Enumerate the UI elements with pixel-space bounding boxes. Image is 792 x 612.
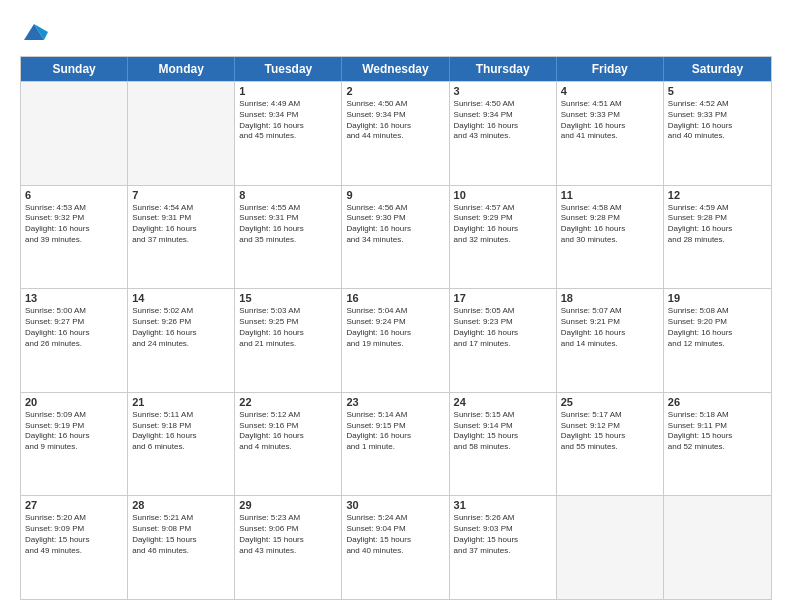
minutes-line: and 35 minutes. xyxy=(239,235,337,246)
day-cell-18: 18Sunrise: 5:07 AMSunset: 9:21 PMDayligh… xyxy=(557,289,664,392)
day-cell-24: 24Sunrise: 5:15 AMSunset: 9:14 PMDayligh… xyxy=(450,393,557,496)
daylight-line: Daylight: 16 hours xyxy=(346,431,444,442)
sunset-line: Sunset: 9:03 PM xyxy=(454,524,552,535)
day-number: 31 xyxy=(454,499,552,511)
day-cell-28: 28Sunrise: 5:21 AMSunset: 9:08 PMDayligh… xyxy=(128,496,235,599)
day-number: 30 xyxy=(346,499,444,511)
day-number: 29 xyxy=(239,499,337,511)
day-number: 24 xyxy=(454,396,552,408)
sunrise-line: Sunrise: 5:15 AM xyxy=(454,410,552,421)
sunrise-line: Sunrise: 5:18 AM xyxy=(668,410,767,421)
day-cell-1: 1Sunrise: 4:49 AMSunset: 9:34 PMDaylight… xyxy=(235,82,342,185)
daylight-line: Daylight: 16 hours xyxy=(454,328,552,339)
daylight-line: Daylight: 16 hours xyxy=(668,224,767,235)
sunset-line: Sunset: 9:26 PM xyxy=(132,317,230,328)
day-number: 21 xyxy=(132,396,230,408)
page: SundayMondayTuesdayWednesdayThursdayFrid… xyxy=(0,0,792,612)
daylight-line: Daylight: 16 hours xyxy=(346,224,444,235)
day-cell-8: 8Sunrise: 4:55 AMSunset: 9:31 PMDaylight… xyxy=(235,186,342,289)
day-number: 23 xyxy=(346,396,444,408)
sunset-line: Sunset: 9:31 PM xyxy=(239,213,337,224)
sunset-line: Sunset: 9:18 PM xyxy=(132,421,230,432)
day-number: 13 xyxy=(25,292,123,304)
sunrise-line: Sunrise: 4:59 AM xyxy=(668,203,767,214)
day-number: 17 xyxy=(454,292,552,304)
sunset-line: Sunset: 9:14 PM xyxy=(454,421,552,432)
sunset-line: Sunset: 9:12 PM xyxy=(561,421,659,432)
minutes-line: and 39 minutes. xyxy=(25,235,123,246)
daylight-line: Daylight: 15 hours xyxy=(346,535,444,546)
minutes-line: and 45 minutes. xyxy=(239,131,337,142)
day-number: 18 xyxy=(561,292,659,304)
day-number: 9 xyxy=(346,189,444,201)
calendar-row-1: 1Sunrise: 4:49 AMSunset: 9:34 PMDaylight… xyxy=(21,81,771,185)
day-number: 10 xyxy=(454,189,552,201)
minutes-line: and 30 minutes. xyxy=(561,235,659,246)
minutes-line: and 49 minutes. xyxy=(25,546,123,557)
minutes-line: and 34 minutes. xyxy=(346,235,444,246)
daylight-line: Daylight: 16 hours xyxy=(454,121,552,132)
minutes-line: and 40 minutes. xyxy=(668,131,767,142)
day-cell-30: 30Sunrise: 5:24 AMSunset: 9:04 PMDayligh… xyxy=(342,496,449,599)
day-number: 12 xyxy=(668,189,767,201)
day-number: 26 xyxy=(668,396,767,408)
sunrise-line: Sunrise: 5:11 AM xyxy=(132,410,230,421)
header-cell-friday: Friday xyxy=(557,57,664,81)
day-cell-26: 26Sunrise: 5:18 AMSunset: 9:11 PMDayligh… xyxy=(664,393,771,496)
minutes-line: and 19 minutes. xyxy=(346,339,444,350)
calendar-header: SundayMondayTuesdayWednesdayThursdayFrid… xyxy=(21,57,771,81)
sunrise-line: Sunrise: 5:07 AM xyxy=(561,306,659,317)
day-number: 28 xyxy=(132,499,230,511)
sunset-line: Sunset: 9:34 PM xyxy=(239,110,337,121)
daylight-line: Daylight: 16 hours xyxy=(239,328,337,339)
minutes-line: and 4 minutes. xyxy=(239,442,337,453)
day-cell-31: 31Sunrise: 5:26 AMSunset: 9:03 PMDayligh… xyxy=(450,496,557,599)
minutes-line: and 1 minute. xyxy=(346,442,444,453)
daylight-line: Daylight: 16 hours xyxy=(346,121,444,132)
daylight-line: Daylight: 16 hours xyxy=(668,328,767,339)
empty-cell xyxy=(128,82,235,185)
daylight-line: Daylight: 16 hours xyxy=(239,121,337,132)
minutes-line: and 28 minutes. xyxy=(668,235,767,246)
sunset-line: Sunset: 9:04 PM xyxy=(346,524,444,535)
daylight-line: Daylight: 16 hours xyxy=(132,431,230,442)
day-number: 2 xyxy=(346,85,444,97)
day-number: 16 xyxy=(346,292,444,304)
header-cell-saturday: Saturday xyxy=(664,57,771,81)
header-cell-sunday: Sunday xyxy=(21,57,128,81)
sunrise-line: Sunrise: 5:09 AM xyxy=(25,410,123,421)
day-cell-9: 9Sunrise: 4:56 AMSunset: 9:30 PMDaylight… xyxy=(342,186,449,289)
daylight-line: Daylight: 16 hours xyxy=(239,224,337,235)
day-cell-10: 10Sunrise: 4:57 AMSunset: 9:29 PMDayligh… xyxy=(450,186,557,289)
daylight-line: Daylight: 15 hours xyxy=(132,535,230,546)
sunrise-line: Sunrise: 5:00 AM xyxy=(25,306,123,317)
sunrise-line: Sunrise: 5:14 AM xyxy=(346,410,444,421)
day-number: 4 xyxy=(561,85,659,97)
sunrise-line: Sunrise: 5:26 AM xyxy=(454,513,552,524)
sunrise-line: Sunrise: 4:57 AM xyxy=(454,203,552,214)
day-cell-11: 11Sunrise: 4:58 AMSunset: 9:28 PMDayligh… xyxy=(557,186,664,289)
daylight-line: Daylight: 16 hours xyxy=(25,224,123,235)
day-cell-19: 19Sunrise: 5:08 AMSunset: 9:20 PMDayligh… xyxy=(664,289,771,392)
sunrise-line: Sunrise: 4:50 AM xyxy=(454,99,552,110)
sunset-line: Sunset: 9:34 PM xyxy=(454,110,552,121)
day-number: 20 xyxy=(25,396,123,408)
day-number: 1 xyxy=(239,85,337,97)
sunset-line: Sunset: 9:30 PM xyxy=(346,213,444,224)
sunset-line: Sunset: 9:08 PM xyxy=(132,524,230,535)
day-number: 15 xyxy=(239,292,337,304)
minutes-line: and 58 minutes. xyxy=(454,442,552,453)
daylight-line: Daylight: 15 hours xyxy=(25,535,123,546)
sunset-line: Sunset: 9:19 PM xyxy=(25,421,123,432)
daylight-line: Daylight: 15 hours xyxy=(239,535,337,546)
sunset-line: Sunset: 9:21 PM xyxy=(561,317,659,328)
sunrise-line: Sunrise: 5:24 AM xyxy=(346,513,444,524)
day-number: 8 xyxy=(239,189,337,201)
sunrise-line: Sunrise: 4:55 AM xyxy=(239,203,337,214)
empty-cell xyxy=(557,496,664,599)
minutes-line: and 43 minutes. xyxy=(454,131,552,142)
sunrise-line: Sunrise: 4:49 AM xyxy=(239,99,337,110)
calendar-row-3: 13Sunrise: 5:00 AMSunset: 9:27 PMDayligh… xyxy=(21,288,771,392)
day-cell-23: 23Sunrise: 5:14 AMSunset: 9:15 PMDayligh… xyxy=(342,393,449,496)
day-cell-6: 6Sunrise: 4:53 AMSunset: 9:32 PMDaylight… xyxy=(21,186,128,289)
